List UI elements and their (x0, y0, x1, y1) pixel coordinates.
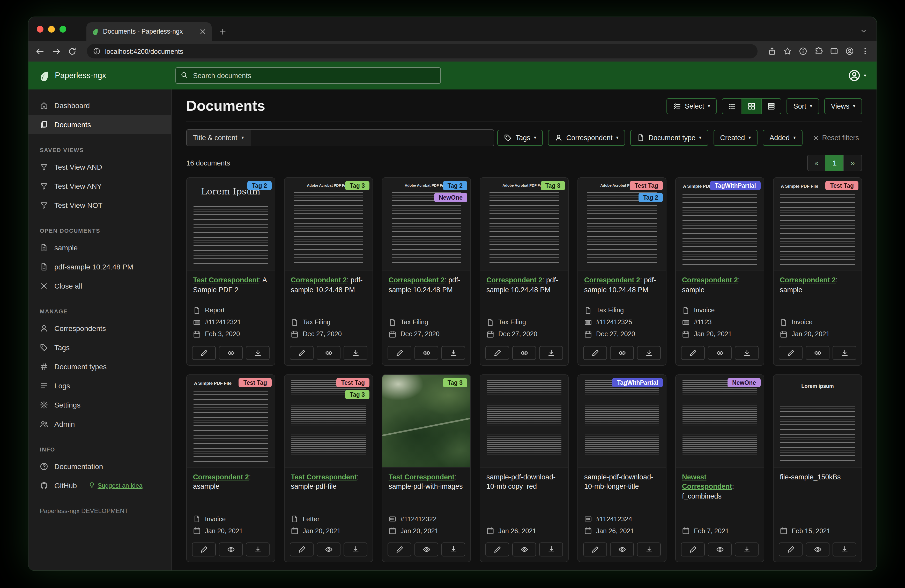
download-document-button[interactable] (344, 542, 367, 556)
filter-tags-button[interactable]: Tags▾ (497, 130, 543, 146)
browser-menu-kebab-icon[interactable] (861, 47, 869, 55)
back-icon[interactable] (36, 47, 44, 55)
sidebar-item-documentation[interactable]: Documentation (29, 456, 171, 476)
side-panel-icon[interactable] (830, 47, 838, 55)
document-card[interactable]: A Simple PDF FileTest TagCorrespondent 2… (773, 178, 862, 365)
document-card[interactable]: Adobe Acrobat PDF FilesTag 3Corresponden… (284, 178, 373, 365)
tag-badge[interactable]: TagWithPartial (710, 181, 761, 190)
next-page-button[interactable]: » (843, 155, 862, 171)
download-document-button[interactable] (637, 346, 661, 360)
select-button[interactable]: Select ▾ (667, 98, 717, 114)
zoom-window-button[interactable] (59, 26, 66, 33)
correspondent-link[interactable]: Newest Correspondent (682, 473, 732, 490)
view-document-button[interactable] (414, 542, 438, 556)
tag-badge[interactable]: Tag 3 (345, 181, 370, 190)
correspondent-link[interactable]: Correspondent 2 (389, 276, 445, 284)
edit-document-button[interactable] (192, 346, 216, 360)
browser-profile-icon[interactable] (846, 47, 854, 55)
sidebar-item-logs[interactable]: Logs (29, 376, 171, 395)
view-mode-grid-button[interactable] (742, 98, 762, 114)
document-card[interactable]: TagWithPartialsample-pdf-download-10-mb-… (578, 374, 667, 562)
document-thumbnail[interactable]: A Simple PDF FileTest Tag (187, 375, 275, 467)
edit-document-button[interactable] (681, 346, 705, 360)
tag-badge[interactable]: Tag 3 (443, 378, 467, 387)
document-thumbnail[interactable] (480, 375, 568, 467)
document-thumbnail[interactable]: Adobe Acrobat PDF FilesTag 2NewOne (383, 178, 470, 271)
document-thumbnail[interactable]: A Simple PDF FileTest Tag (773, 178, 862, 271)
sort-button[interactable]: Sort ▾ (787, 98, 819, 114)
document-thumbnail[interactable]: Lorem ipsum (773, 375, 862, 467)
view-document-button[interactable] (806, 542, 829, 556)
tag-badge[interactable]: Tag 2 (247, 181, 272, 190)
download-document-button[interactable] (832, 542, 856, 556)
view-document-button[interactable] (610, 346, 634, 360)
document-card[interactable]: Adobe Acrobat PDF FilesTag 2NewOneCorres… (382, 178, 471, 365)
view-document-button[interactable] (317, 542, 340, 556)
download-document-button[interactable] (441, 346, 465, 360)
document-thumbnail[interactable]: Tag 3 (383, 375, 470, 467)
view-document-button[interactable] (512, 542, 536, 556)
sidebar-item-documents[interactable]: Documents (29, 115, 171, 134)
new-tab-button[interactable] (216, 25, 229, 38)
correspondent-link[interactable]: Correspondent 2 (486, 276, 542, 284)
close-window-button[interactable] (37, 26, 43, 33)
correspondent-link[interactable]: Correspondent 2 (193, 473, 249, 481)
filter-correspondent-button[interactable]: Correspondent▾ (548, 130, 625, 146)
sidebar-item-sample[interactable]: sample (29, 238, 171, 257)
view-document-button[interactable] (219, 346, 243, 360)
view-document-button[interactable] (610, 542, 634, 556)
correspondent-link[interactable]: Test Correspondent (193, 276, 259, 284)
document-thumbnail[interactable]: Adobe Acrobat PDF FilesTag 3 (480, 178, 568, 271)
download-document-button[interactable] (441, 542, 465, 556)
document-card[interactable]: Adobe Acrobat PDF FilesTest TagTag 2Corr… (578, 178, 667, 365)
view-document-button[interactable] (512, 346, 536, 360)
search-input[interactable] (175, 67, 441, 84)
document-card[interactable]: Lorem ipsumfile-sample_150kBsFeb 15, 202… (773, 374, 862, 562)
page-info-icon[interactable] (799, 47, 807, 55)
tab-search-chevron-icon[interactable] (860, 27, 867, 35)
download-document-button[interactable] (539, 542, 563, 556)
text-filter-input[interactable] (250, 129, 494, 146)
download-document-button[interactable] (735, 542, 759, 556)
suggest-idea-link[interactable]: Suggest an idea (88, 482, 143, 489)
reload-icon[interactable] (68, 47, 76, 55)
document-card[interactable]: A Simple PDF FileTagWithPartialCorrespon… (675, 178, 764, 365)
bookmark-star-icon[interactable] (783, 47, 792, 55)
tag-badge[interactable]: Test Tag (239, 378, 272, 387)
correspondent-link[interactable]: Test Correspondent (291, 473, 357, 481)
document-thumbnail[interactable]: Lorem IpsumTag 2 (187, 178, 275, 271)
share-icon[interactable] (768, 47, 776, 55)
document-card[interactable]: Lorem IpsumTag 2Test Correspondent: A Sa… (186, 178, 275, 365)
view-document-button[interactable] (219, 542, 243, 556)
view-document-button[interactable] (317, 346, 340, 360)
tag-badge[interactable]: Tag 3 (541, 181, 565, 190)
document-card[interactable]: Tag 3Test Correspondent: sample-pdf-with… (382, 374, 471, 562)
site-info-icon[interactable] (93, 48, 100, 55)
sidebar-item-test-view-and[interactable]: Test View AND (29, 157, 171, 176)
sidebar-item-correspondents[interactable]: Correspondents (29, 319, 171, 338)
document-card[interactable]: Adobe Acrobat PDF FilesTag 3Corresponden… (479, 178, 568, 365)
view-document-button[interactable] (708, 542, 732, 556)
edit-document-button[interactable] (192, 542, 216, 556)
document-card[interactable]: NewOneNewest Correspondent: f_combinedsF… (675, 374, 764, 562)
previous-page-button[interactable]: « (807, 155, 826, 171)
filter-added-button[interactable]: Added▾ (763, 130, 802, 146)
forward-icon[interactable] (52, 47, 60, 55)
sidebar-item-test-view-not[interactable]: Test View NOT (29, 195, 171, 215)
tag-badge[interactable]: Tag 2 (638, 193, 663, 202)
correspondent-link[interactable]: Correspondent 2 (682, 276, 738, 284)
sidebar-item-close-all[interactable]: Close all (29, 276, 171, 295)
sidebar-item-github[interactable]: GitHubSuggest an idea (29, 476, 171, 495)
document-thumbnail[interactable]: Test TagTag 3 (284, 375, 373, 467)
edit-document-button[interactable] (485, 542, 509, 556)
tag-badge[interactable]: NewOne (727, 378, 761, 387)
tag-badge[interactable]: NewOne (434, 193, 467, 202)
reset-filters-button[interactable]: Reset filters (810, 133, 862, 142)
download-document-button[interactable] (344, 346, 367, 360)
edit-document-button[interactable] (387, 346, 411, 360)
edit-document-button[interactable] (485, 346, 509, 360)
tag-badge[interactable]: Test Tag (630, 181, 663, 190)
page-number-button[interactable]: 1 (825, 155, 844, 171)
view-document-button[interactable] (806, 346, 829, 360)
sidebar-item-dashboard[interactable]: Dashboard (29, 96, 171, 115)
